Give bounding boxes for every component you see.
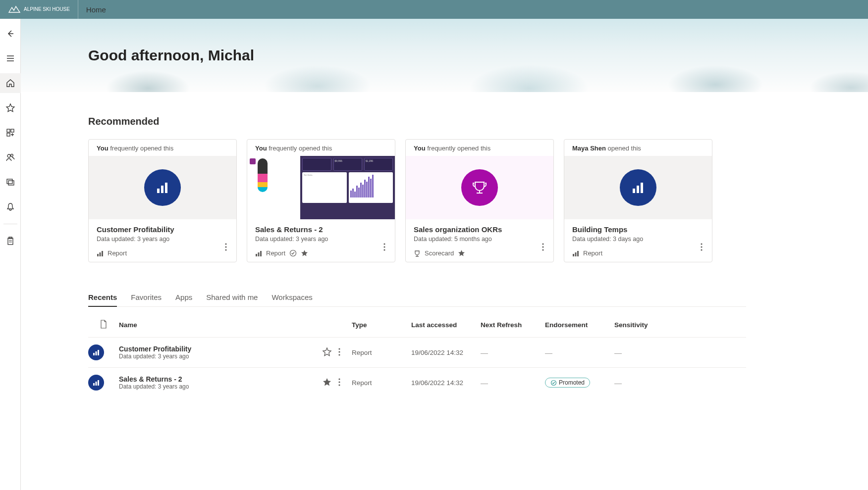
recommended-card[interactable]: Maya Shen opened this Building Temps Dat…: [564, 139, 712, 262]
brand-logo[interactable]: ALPINE SKI HOUSE: [8, 0, 78, 19]
svg-rect-43: [96, 382, 97, 386]
svg-rect-9: [161, 186, 163, 193]
bars-small-icon: [572, 250, 579, 257]
star-filled-icon[interactable]: [458, 249, 465, 257]
brand-text: ALPINE SKI HOUSE: [24, 7, 70, 12]
hamburger-icon: [5, 53, 15, 63]
svg-point-21: [383, 243, 385, 245]
nav-apps[interactable]: [0, 123, 21, 143]
card-updated: Data updated: 3 years ago: [255, 236, 387, 243]
favorite-toggle[interactable]: [322, 377, 332, 389]
svg-rect-8: [157, 189, 160, 193]
arrow-left-icon: [5, 29, 15, 39]
card-thumbnail-preview: $9,996$1,296 Net Sales: [247, 156, 395, 219]
card-type: Scorecard: [414, 249, 545, 257]
more-vertical-icon: [381, 243, 388, 251]
bars-small-icon: [255, 250, 262, 257]
tab-recents[interactable]: Recents: [88, 289, 117, 306]
recommended-card[interactable]: You frequently opened this Customer Prof…: [88, 139, 237, 262]
tab-apps[interactable]: Apps: [175, 289, 192, 306]
svg-rect-2: [7, 133, 10, 136]
card-updated: Data updated: 3 days ago: [572, 236, 704, 243]
more-vertical-icon: [698, 243, 705, 251]
tab-workspaces[interactable]: Workspaces: [271, 289, 312, 306]
row-title: Customer Profitability: [119, 345, 317, 353]
row-last-accessed: 19/06/2022 14:32: [411, 349, 481, 356]
svg-point-22: [383, 246, 385, 247]
svg-point-47: [338, 384, 340, 386]
header-last-accessed[interactable]: Last accessed: [411, 321, 481, 329]
svg-rect-1: [11, 129, 14, 132]
svg-point-35: [701, 249, 702, 250]
card-more-button[interactable]: [538, 241, 548, 255]
rail-separator: [3, 224, 17, 224]
table-row[interactable]: Sales & Returns - 2 Data updated: 3 year…: [88, 367, 746, 397]
scorecard-icon: [461, 169, 498, 206]
recommended-card[interactable]: You frequently opened this $9,996$1,296 …: [247, 139, 395, 262]
row-refresh: —: [481, 348, 545, 357]
header-type[interactable]: Type: [352, 321, 411, 329]
header-icon-col: [88, 320, 119, 330]
row-more-button[interactable]: [336, 347, 343, 358]
row-more-button[interactable]: [336, 378, 343, 388]
favorite-toggle[interactable]: [322, 347, 332, 358]
tab-shared[interactable]: Shared with me: [206, 289, 258, 306]
card-more-button[interactable]: [379, 241, 390, 255]
card-more-button[interactable]: [696, 241, 707, 255]
card-title: Building Temps: [572, 225, 704, 234]
report-icon: [620, 169, 656, 206]
row-title: Sales & Returns - 2: [119, 375, 317, 383]
header-name[interactable]: Name: [119, 321, 317, 329]
nav-favorites[interactable]: [0, 98, 21, 118]
topbar-home-label[interactable]: Home: [78, 5, 106, 14]
svg-point-41: [338, 354, 340, 355]
svg-rect-0: [7, 129, 10, 132]
people-icon: [5, 152, 15, 162]
recommended-title: Recommended: [88, 116, 746, 127]
row-refresh: —: [481, 379, 545, 387]
tab-favorites[interactable]: Favorites: [131, 289, 162, 306]
trophy-small-icon: [414, 250, 421, 257]
nav-workspaces[interactable]: [0, 172, 21, 192]
recommended-card[interactable]: You frequently opened this Sales organiz…: [405, 139, 554, 262]
svg-point-23: [383, 249, 385, 250]
card-updated: Data updated: 5 months ago: [414, 236, 545, 243]
hamburger-button[interactable]: [0, 49, 21, 68]
report-icon: [144, 169, 181, 206]
svg-rect-28: [637, 186, 639, 193]
more-vertical-icon: [540, 243, 546, 251]
row-endorsement: Promoted: [545, 378, 614, 388]
card-reason: You frequently opened this: [89, 140, 236, 156]
card-reason: Maya Shen opened this: [564, 140, 712, 156]
svg-rect-10: [165, 183, 167, 193]
svg-rect-30: [573, 254, 574, 256]
card-more-button[interactable]: [220, 241, 231, 255]
card-title: Sales & Returns - 2: [255, 225, 387, 234]
svg-point-3: [7, 154, 10, 157]
header-endorsement[interactable]: Endorsement: [545, 321, 614, 329]
back-button[interactable]: [0, 24, 21, 44]
header-sensitivity[interactable]: Sensitivity: [614, 321, 679, 329]
workspaces-icon: [5, 177, 15, 187]
certified-icon: [289, 249, 297, 257]
svg-rect-31: [575, 252, 577, 256]
hero-banner: Good afternoon, Michal: [21, 19, 868, 92]
hero-greeting: Good afternoon, Michal: [88, 47, 254, 64]
nav-clipboard[interactable]: [0, 231, 21, 251]
card-thumbnail: [406, 156, 553, 219]
star-filled-icon[interactable]: [301, 249, 308, 257]
bars-small-icon: [97, 250, 104, 257]
svg-rect-29: [641, 183, 643, 193]
apps-icon: [5, 128, 15, 138]
recents-table: Name Type Last accessed Next Refresh End…: [88, 312, 746, 397]
nav-shared[interactable]: [0, 147, 21, 167]
star-outline-icon: [322, 347, 332, 357]
left-nav-rail: [0, 19, 21, 490]
nav-home[interactable]: [0, 73, 21, 93]
header-next-refresh[interactable]: Next Refresh: [481, 321, 545, 329]
table-row[interactable]: Customer Profitability Data updated: 3 y…: [88, 337, 746, 367]
bell-icon: [5, 202, 15, 212]
row-last-accessed: 19/06/2022 14:32: [411, 379, 481, 387]
svg-rect-11: [97, 254, 99, 256]
nav-notifications[interactable]: [0, 197, 21, 217]
